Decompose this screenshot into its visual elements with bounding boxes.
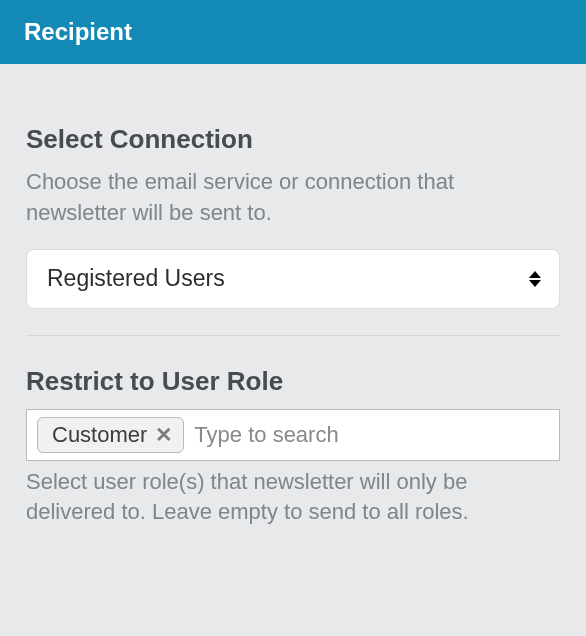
select-arrows-icon bbox=[529, 271, 541, 287]
role-tag-customer[interactable]: Customer ✕ bbox=[37, 417, 184, 453]
restrict-role-title: Restrict to User Role bbox=[26, 366, 560, 397]
remove-tag-icon[interactable]: ✕ bbox=[155, 424, 173, 445]
panel-header: Recipient bbox=[0, 0, 586, 64]
select-connection-title: Select Connection bbox=[26, 124, 560, 155]
role-tag-label: Customer bbox=[52, 422, 147, 448]
connection-select[interactable]: Registered Users bbox=[26, 249, 560, 309]
panel-content: Select Connection Choose the email servi… bbox=[0, 64, 586, 548]
role-tag-input[interactable]: Customer ✕ bbox=[26, 409, 560, 461]
role-search-input[interactable] bbox=[194, 422, 549, 448]
section-divider bbox=[26, 335, 560, 336]
panel-title: Recipient bbox=[24, 18, 132, 45]
connection-select-value: Registered Users bbox=[47, 265, 225, 292]
restrict-role-help: Select user role(s) that newsletter will… bbox=[26, 467, 560, 529]
select-connection-description: Choose the email service or connection t… bbox=[26, 167, 560, 229]
